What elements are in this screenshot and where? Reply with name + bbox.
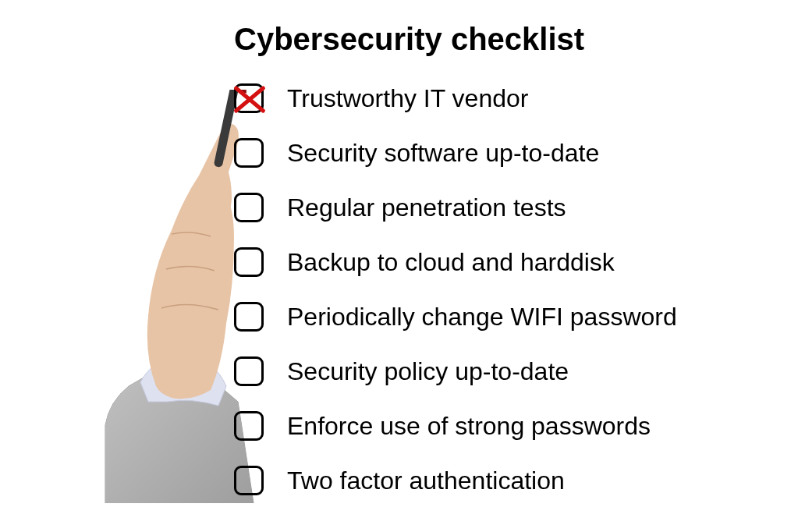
checklist-item-label: Periodically change WIFI password — [287, 303, 677, 332]
checklist-item-label: Security policy up-to-date — [287, 357, 569, 386]
checklist-item-label: Regular penetration tests — [287, 193, 566, 222]
checklist: Trustworthy IT vendor Security software … — [234, 71, 780, 508]
checklist-item: Regular penetration tests — [234, 180, 780, 235]
checklist-item: Two factor authentication — [234, 453, 780, 508]
checklist-item-label: Backup to cloud and harddisk — [287, 248, 615, 277]
checkbox-icon[interactable] — [234, 411, 264, 441]
checklist-panel: Cybersecurity checklist Trustworthy IT v… — [234, 22, 780, 508]
checkbox-icon[interactable] — [234, 138, 264, 168]
checklist-item-label: Enforce use of strong passwords — [287, 412, 651, 441]
checklist-item: Backup to cloud and harddisk — [234, 235, 780, 289]
checklist-item-label: Security software up-to-date — [287, 139, 599, 168]
checkbox-icon[interactable] — [234, 193, 264, 222]
checklist-item: Periodically change WIFI password — [234, 289, 780, 344]
checklist-item: Security software up-to-date — [234, 126, 780, 180]
checkbox-checked-icon[interactable] — [234, 83, 264, 113]
checklist-item: Security policy up-to-date — [234, 344, 780, 399]
checklist-title: Cybersecurity checklist — [234, 22, 780, 57]
checkbox-icon[interactable] — [234, 247, 264, 277]
checkbox-icon[interactable] — [234, 302, 264, 332]
checkbox-icon[interactable] — [234, 356, 264, 386]
checklist-item: Trustworthy IT vendor — [234, 71, 780, 126]
checklist-item-label: Trustworthy IT vendor — [287, 84, 528, 113]
checklist-item: Enforce use of strong passwords — [234, 399, 780, 453]
checkbox-icon[interactable] — [234, 466, 264, 495]
checklist-item-label: Two factor authentication — [287, 466, 565, 495]
